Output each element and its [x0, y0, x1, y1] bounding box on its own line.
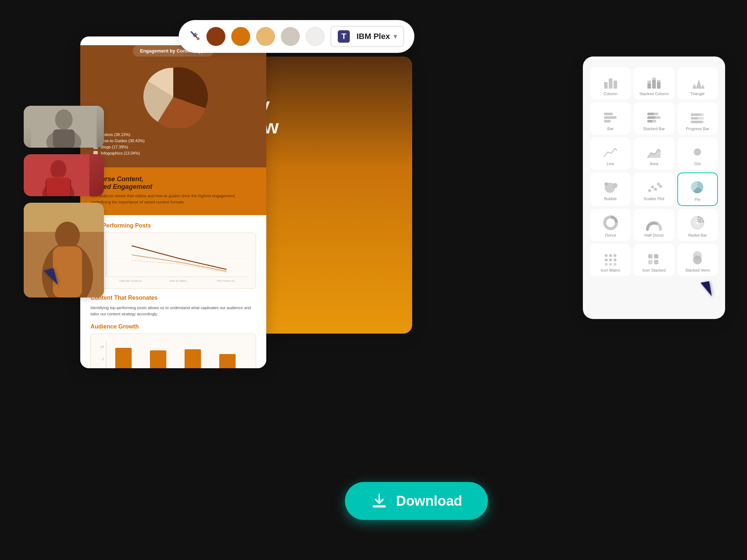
radial-bar-icon — [687, 214, 708, 231]
svg-text:Ultimate Guide to...: Ultimate Guide to... — [119, 279, 144, 283]
chart-item-bar[interactable]: Bar — [590, 102, 631, 135]
svg-text:The Future of...: The Future of... — [217, 279, 237, 283]
svg-text:How to Make...: How to Make... — [169, 279, 189, 283]
pie-chart — [137, 62, 210, 128]
svg-rect-43 — [652, 80, 656, 89]
top-posts-heading: Top Performing Posts — [90, 222, 256, 229]
svg-rect-55 — [647, 116, 655, 119]
progress-bar-label: Progress Bar — [686, 127, 709, 131]
pie-icon — [687, 178, 708, 195]
font-name: IBM Plex — [356, 32, 390, 41]
svg-point-0 — [197, 37, 200, 40]
cursor-arrow-pie — [701, 281, 712, 298]
phone-card-3 — [24, 203, 104, 298]
stacked-venn-icon — [687, 249, 708, 266]
half-donut-label: Half Donut — [645, 233, 663, 237]
bubble-icon — [600, 178, 621, 194]
svg-point-2 — [55, 109, 73, 130]
svg-rect-38 — [604, 82, 608, 89]
diverse-content-title: Diverse Content,Varied Engagement — [91, 175, 255, 191]
font-icon: T — [338, 30, 350, 43]
bubble-label: Bubble — [604, 197, 617, 201]
chart-item-donut[interactable]: Donut — [590, 209, 631, 241]
audience-bar-chart: 0 5 10 Instagram Twitter Facebook Linked… — [90, 334, 256, 368]
svg-rect-56 — [655, 116, 661, 119]
phone-card-2 — [24, 154, 104, 196]
chart-item-column[interactable]: Column — [590, 67, 631, 100]
svg-rect-40 — [614, 81, 617, 89]
svg-rect-31 — [150, 350, 166, 368]
svg-point-71 — [654, 188, 657, 191]
svg-rect-33 — [219, 354, 236, 368]
svg-point-73 — [659, 185, 662, 188]
chart-item-stacked-venn[interactable]: Stacked Venn — [677, 244, 718, 276]
svg-point-82 — [605, 258, 608, 261]
stacked-column-icon — [644, 73, 664, 89]
svg-rect-52 — [604, 120, 611, 122]
svg-point-80 — [609, 254, 612, 257]
svg-rect-89 — [648, 260, 653, 264]
chart-item-dot[interactable]: Dot — [677, 137, 718, 170]
svg-rect-50 — [604, 113, 613, 115]
legend-item-blogs: Blogs (17.39%) — [93, 145, 253, 149]
phone-card-1 — [24, 106, 104, 148]
svg-point-68 — [604, 182, 608, 186]
download-button[interactable]: Download — [345, 482, 488, 520]
svg-rect-42 — [647, 81, 651, 83]
content-resonates-body: Identifying top-performing posts allows … — [90, 305, 256, 317]
svg-rect-91 — [654, 260, 658, 264]
infographic-white-section: Top Performing Posts 100 0 200 Ultimate … — [80, 215, 266, 368]
pie-label: Pie — [694, 197, 700, 202]
chart-item-scatter-plot[interactable]: Scatter Plot — [634, 172, 674, 206]
chart-item-stacked-bar[interactable]: Stacked Bar — [634, 102, 674, 135]
font-picker[interactable]: T IBM Plex ▾ — [330, 26, 404, 47]
chart-item-stacked-column[interactable]: Stacked Column — [634, 67, 674, 100]
svg-rect-41 — [647, 83, 651, 89]
chart-item-progress-bar[interactable]: Progress Bar — [677, 102, 718, 135]
color-swatch-tan[interactable] — [256, 27, 275, 46]
svg-text:5: 5 — [102, 357, 104, 361]
dot-icon — [687, 143, 708, 159]
chart-item-radial-bar[interactable]: Radial Bar — [677, 209, 718, 241]
download-label: Download — [396, 493, 462, 509]
chart-item-triangle[interactable]: Triangle — [677, 67, 718, 100]
chart-item-half-donut[interactable]: Half Donut — [634, 209, 674, 241]
svg-rect-88 — [648, 254, 653, 258]
svg-rect-51 — [604, 116, 616, 119]
stacked-bar-label: Stacked Bar — [643, 127, 665, 131]
svg-rect-32 — [185, 349, 201, 368]
color-swatch-white[interactable] — [306, 27, 325, 46]
chart-type-panel: Column Stacked Column — [583, 57, 725, 319]
svg-rect-44 — [652, 78, 656, 80]
chart-item-line[interactable]: Line — [590, 137, 631, 170]
svg-point-65 — [694, 148, 701, 156]
svg-rect-60 — [691, 113, 701, 116]
triangle-icon — [687, 73, 708, 89]
paint-bucket-icon[interactable] — [189, 30, 201, 44]
donut-label: Donut — [605, 233, 616, 237]
icon-stacked-icon — [644, 249, 664, 266]
infographic-orange-section: Diverse Content,Varied Engagement Our an… — [80, 167, 266, 215]
chart-item-icon-stacked[interactable]: Icon Stacked — [634, 244, 674, 276]
svg-point-86 — [609, 263, 612, 266]
half-donut-icon — [644, 214, 664, 231]
svg-point-87 — [614, 263, 616, 266]
color-swatch-gray[interactable] — [281, 27, 300, 46]
chart-item-area[interactable]: Area — [634, 137, 674, 170]
svg-rect-4 — [53, 129, 75, 148]
stacked-bar-icon — [644, 108, 664, 124]
chart-item-pie[interactable]: Pie — [677, 172, 718, 206]
area-icon — [644, 143, 664, 159]
color-swatch-brown[interactable] — [206, 27, 225, 46]
stacked-venn-label: Stacked Venn — [685, 268, 710, 272]
svg-point-70 — [651, 186, 654, 188]
radial-bar-label: Radial Bar — [688, 233, 707, 237]
svg-rect-45 — [657, 82, 661, 89]
line-label: Line — [607, 162, 614, 166]
download-icon — [371, 492, 388, 510]
chevron-down-icon: ▾ — [394, 32, 397, 40]
chart-item-bubble[interactable]: Bubble — [590, 172, 631, 206]
chart-item-icon-matrix[interactable]: Icon Matrix — [590, 244, 631, 276]
color-swatch-orange[interactable] — [231, 27, 250, 46]
bar-icon — [600, 108, 621, 124]
